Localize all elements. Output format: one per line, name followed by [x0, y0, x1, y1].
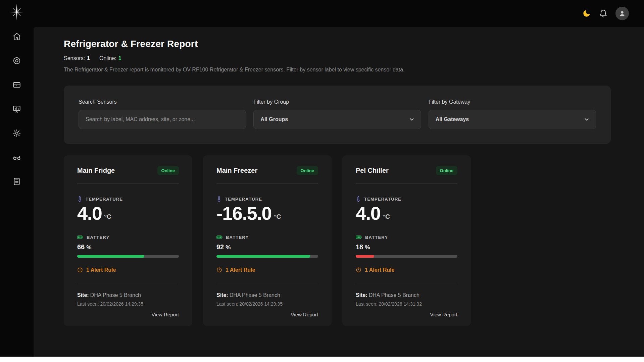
temperature-unit: °C: [274, 213, 281, 223]
sidebar-item-gateways[interactable]: [10, 80, 23, 90]
battery-label: BATTERY: [365, 235, 388, 240]
group-filter-value: All Groups: [260, 116, 288, 122]
search-label: Search Sensors: [79, 99, 246, 105]
gateway-filter-label: Filter by Gateway: [429, 99, 596, 105]
battery-reading: 66%: [77, 243, 179, 251]
battery-label-row: BATTERY: [77, 235, 179, 240]
bell-icon: [599, 9, 607, 18]
sensor-card-header: Main Fridge Online: [77, 166, 179, 175]
sidebar-item-reports[interactable]: [10, 104, 23, 114]
sensor-name: Main Fridge: [77, 167, 115, 174]
view-report-link[interactable]: View Report: [291, 312, 318, 317]
glasses-icon: [12, 153, 21, 162]
sidebar-item-logs[interactable]: [10, 176, 23, 187]
sidebar-item-settings[interactable]: [10, 128, 23, 138]
temperature-value: 4.0: [356, 204, 380, 223]
search-field: Search Sensors: [79, 99, 246, 129]
alert-rule-label: 1 Alert Rule: [226, 267, 255, 273]
sensors-count-value: 1: [87, 55, 90, 61]
battery-value: 92: [216, 243, 224, 251]
group-filter-field: Filter by Group All Groups: [253, 99, 421, 129]
online-count: Online:1: [99, 55, 121, 61]
site-value: DHA Phase 5 Branch: [90, 292, 141, 298]
temperature-label-row: TEMPERATURE: [356, 196, 457, 202]
online-count-label: Online:: [99, 55, 116, 61]
battery-value: 18: [356, 243, 363, 251]
sensor-name: Pel Chiller: [356, 167, 389, 174]
temperature-label: TEMPERATURE: [364, 197, 401, 202]
theme-toggle-button[interactable]: [582, 9, 591, 18]
battery-unit: %: [226, 244, 231, 251]
temperature-label: TEMPERATURE: [225, 197, 262, 202]
temperature-value: 4.0: [77, 204, 102, 223]
notifications-button[interactable]: [599, 9, 607, 18]
alert-rule-label: 1 Alert Rule: [365, 267, 394, 273]
last-seen: Last seen: 20/02/2026 14:31:32: [356, 301, 457, 307]
battery-progress-track: [77, 255, 179, 258]
search-input[interactable]: [79, 110, 246, 129]
sensor-card: Main Freezer Online TEMPERATURE -16.5.0 …: [203, 155, 332, 326]
site-label: Site:: [216, 292, 228, 298]
divider: [216, 284, 318, 284]
app-logo: [8, 3, 26, 22]
site-value: DHA Phase 5 Branch: [369, 292, 419, 298]
alert-rule-label: 1 Alert Rule: [86, 267, 116, 273]
temperature-label-row: TEMPERATURE: [77, 196, 179, 202]
temperature-value: -16.5.0: [216, 204, 271, 223]
gateway-filter-value: All Gateways: [436, 116, 469, 122]
battery-bar-fill: [216, 255, 310, 258]
site-row: Site:DHA Phase 5 Branch: [356, 292, 457, 298]
site-row: Site:DHA Phase 5 Branch: [216, 292, 318, 298]
divider: [216, 183, 318, 184]
battery-reading: 92%: [216, 243, 318, 251]
temperature-unit: °C: [383, 213, 390, 223]
filters-panel: Search Sensors Filter by Group All Group…: [64, 86, 611, 144]
temperature-reading: -16.5.0 °C: [216, 204, 318, 223]
temperature-unit: °C: [104, 213, 111, 223]
battery-bar-fill: [77, 255, 144, 258]
online-count-value: 1: [118, 55, 121, 61]
status-badge: Online: [297, 166, 318, 175]
sensor-card: Main Fridge Online TEMPERATURE 4.0 °C BA…: [64, 155, 192, 326]
battery-label-row: BATTERY: [216, 235, 318, 240]
temperature-label-row: TEMPERATURE: [216, 196, 318, 202]
alert-warning-icon: [77, 267, 83, 273]
thermometer-icon: [77, 196, 83, 202]
battery-unit: %: [86, 244, 91, 251]
moon-icon: [582, 9, 591, 18]
site-label: Site:: [77, 292, 89, 298]
alert-rule-row: 1 Alert Rule: [77, 267, 179, 273]
sensors-icon: [12, 56, 21, 65]
sensor-card-header: Main Freezer Online: [216, 166, 318, 175]
battery-value: 66: [77, 243, 85, 251]
sidebar-nav: [10, 32, 23, 187]
chart-presentation-icon: [12, 105, 21, 113]
thermometer-icon: [216, 196, 222, 202]
battery-reading: 18%: [356, 243, 457, 251]
site-value: DHA Phase 5 Branch: [230, 292, 280, 298]
temperature-label: TEMPERATURE: [86, 197, 123, 202]
user-icon: [618, 10, 626, 17]
gateway-filter-select[interactable]: All Gateways: [429, 110, 596, 129]
sensors-count-label: Sensors:: [64, 55, 85, 61]
sidebar-item-home[interactable]: [10, 32, 23, 42]
battery-icon: [77, 235, 84, 240]
temperature-reading: 4.0 °C: [356, 204, 457, 223]
document-list-icon: [12, 177, 21, 186]
main-content: Refrigerator & Freezer Report Sensors:1 …: [34, 27, 644, 357]
alert-warning-icon: [356, 267, 361, 273]
sensor-name: Main Freezer: [216, 167, 257, 174]
profile-button[interactable]: [615, 7, 629, 20]
battery-progress-track: [356, 255, 457, 258]
battery-label: BATTERY: [87, 235, 109, 240]
sensor-cards-grid: Main Fridge Online TEMPERATURE 4.0 °C BA…: [64, 155, 612, 326]
sidebar: [0, 0, 34, 357]
battery-icon: [356, 235, 362, 240]
battery-unit: %: [365, 244, 370, 251]
sidebar-item-sensors[interactable]: [10, 56, 23, 66]
alert-warning-icon: [216, 267, 222, 273]
view-report-link[interactable]: View Report: [152, 312, 179, 317]
sidebar-item-monitoring[interactable]: [10, 152, 23, 162]
group-filter-select[interactable]: All Groups: [253, 110, 421, 129]
view-report-link[interactable]: View Report: [430, 312, 457, 317]
